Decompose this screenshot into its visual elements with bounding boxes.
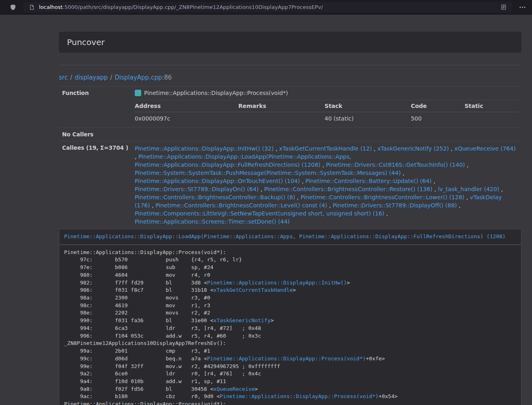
callee-link[interactable]: Pinetime::Drivers::St7789::DisplayOff() … — [333, 202, 457, 209]
function-line: Pinetime::Applications::DisplayApp::Proc… — [135, 90, 518, 96]
callee-separator: , — [465, 194, 470, 200]
code-panel: Pinetime::Applications::DisplayApp::Proc… — [59, 245, 521, 405]
stats-static-value — [465, 112, 518, 124]
breadcrumb-file-link[interactable]: DisplayApp.cpp — [115, 74, 162, 81]
divider — [59, 65, 521, 65]
disassembly-code: Pinetime::Applications::DisplayApp::Proc… — [64, 249, 398, 405]
callee-separator: , — [432, 178, 435, 184]
stats-stack-value: 40 (static) — [325, 112, 411, 124]
code-symbol-link[interactable]: xQueueReceive — [213, 386, 255, 392]
stats-table: Address Remarks Stack Code Static 0x0000… — [135, 100, 518, 124]
callee-link[interactable]: Pinetime::Controllers::BrightnessControl… — [264, 186, 433, 192]
callee-separator: , — [300, 178, 305, 184]
tracking-protection-shield-icon[interactable] — [7, 2, 19, 13]
callee-separator: , — [327, 202, 332, 209]
callee-separator: , — [433, 186, 438, 192]
breadcrumb-line-number: :86 — [162, 74, 172, 81]
menu-dots-icon[interactable] — [517, 2, 528, 13]
code-symbol-link[interactable]: xTaskGetCurrentTaskHandle — [213, 287, 293, 293]
url-path: :5000/path/src/displayapp/DisplayApp.cpp… — [62, 4, 323, 10]
callee-link[interactable]: Pinetime::Controllers::BrightnessControl… — [135, 194, 295, 200]
no-callers-content — [131, 128, 521, 141]
stats-col-code: Code — [411, 100, 464, 112]
page-title: Puncover — [67, 37, 513, 47]
page-info-icon[interactable] — [28, 2, 36, 13]
function-info-table: Function Pinetime::Applications::Display… — [59, 86, 521, 229]
stats-address-value: 0x0000097c — [135, 112, 238, 124]
callees-row: Callees (19, Σ=3704 ) Pinetime::Applicat… — [59, 141, 521, 229]
callee-link[interactable]: Pinetime::Applications::Screens::Timer::… — [135, 218, 290, 225]
callee-separator: , — [135, 153, 138, 160]
highlight-symbol-link[interactable]: Pinetime::Applications::DisplayApp::Load… — [64, 233, 506, 239]
callee-link[interactable]: Pinetime::Applications::DisplayApp::Load… — [135, 153, 351, 168]
stats-remarks-value — [238, 112, 325, 124]
url-bar[interactable]: localhost:5000/path/src/displayapp/Displ… — [24, 2, 512, 13]
stats-value-row: 0x0000097c 40 (static) 500 — [135, 112, 518, 124]
breadcrumb: src/displayapp/DisplayApp.cpp:86 — [59, 74, 521, 81]
code-symbol-link[interactable]: xTaskGenericNotify — [213, 317, 271, 323]
callee-separator: , — [321, 162, 326, 168]
callee-separator: , — [259, 186, 264, 192]
callee-link[interactable]: Pinetime::Applications::DisplayApp::Init… — [135, 145, 274, 152]
highlight-panel: Pinetime::Applications::DisplayApp::Load… — [59, 229, 521, 245]
breadcrumb-displayapp-link[interactable]: displayapp — [75, 74, 108, 81]
code-symbol-link[interactable]: Pinetime::Applications::DisplayApp::Proc… — [207, 355, 366, 362]
breadcrumb-src-link[interactable]: src — [59, 74, 68, 81]
url-text: localhost:5000/path/src/displayapp/Displ… — [39, 4, 495, 10]
stats-header-row: Address Remarks Stack Code Static — [135, 100, 518, 112]
callee-link[interactable]: xQueueReceive (764) — [454, 145, 516, 152]
page-container: Puncover src/displayapp/DisplayApp.cpp:8… — [59, 15, 521, 405]
callee-link[interactable]: Pinetime::Applications::DisplayApp::OnTo… — [135, 178, 300, 184]
callee-separator: , — [274, 145, 279, 152]
callee-separator: , — [295, 194, 300, 200]
breadcrumb-separator: / — [108, 74, 114, 81]
function-signature: Pinetime::Applications::DisplayApp::Proc… — [144, 90, 288, 96]
code-symbol-link[interactable]: Pinetime::Applications::DisplayApp::Init… — [207, 280, 347, 286]
callee-separator: , — [384, 210, 388, 217]
function-row-label: Function — [59, 86, 131, 128]
stats-col-static: Static — [465, 100, 518, 112]
callees-label: Callees (19, Σ=3704 ) — [59, 141, 131, 229]
stats-col-stack: Stack — [325, 100, 411, 112]
function-row: Function Pinetime::Applications::Display… — [59, 86, 521, 128]
code-symbol-link[interactable]: Pinetime::Applications::DisplayApp::Proc… — [220, 393, 379, 399]
callee-link[interactable]: Pinetime::Drivers::St7789::DisplayOn() (… — [135, 186, 258, 192]
callee-separator: , — [499, 186, 503, 192]
breadcrumb-separator: / — [68, 74, 75, 81]
callees-cell: Pinetime::Applications::DisplayApp::Init… — [131, 141, 521, 229]
callee-separator: , — [372, 145, 377, 152]
reader-mode-icon[interactable] — [498, 2, 509, 13]
callee-link[interactable]: Pinetime::Controllers::BrightnessControl… — [301, 194, 465, 200]
callee-separator: , — [150, 202, 155, 209]
callee-link[interactable]: lv_task_handler (420) — [438, 186, 499, 192]
function-type-icon — [135, 90, 141, 96]
stats-code-value: 500 — [411, 112, 464, 124]
jumbotron: Puncover — [59, 32, 521, 53]
no-callers-row: No Callers — [59, 128, 521, 141]
function-row-content: Pinetime::Applications::DisplayApp::Proc… — [131, 86, 521, 128]
callee-link[interactable]: xTaskGetCurrentTaskHandle (12) — [279, 145, 372, 152]
callee-separator: , — [449, 145, 454, 152]
callee-separator: , — [457, 202, 461, 209]
stats-col-remarks: Remarks — [238, 100, 325, 112]
callee-link[interactable]: xTaskGenericNotify (252) — [377, 145, 449, 152]
browser-chrome: localhost:5000/path/src/displayapp/Displ… — [0, 0, 532, 15]
url-host: localhost — [39, 4, 62, 10]
callee-link[interactable]: Pinetime::Controllers::BrightnessControl… — [155, 202, 327, 209]
callee-link[interactable]: Pinetime::System::SystemTask::PushMessag… — [135, 170, 401, 176]
callee-link[interactable]: Pinetime::Controllers::Battery::Update()… — [306, 178, 432, 184]
callee-link[interactable]: Pinetime::Components::LittleVgl::SetNewT… — [135, 210, 384, 217]
callee-separator: , — [465, 162, 469, 168]
callee-link[interactable]: Pinetime::Drivers::Cst816S::GetTouchInfo… — [326, 162, 465, 168]
callee-separator: , — [401, 170, 405, 176]
no-callers-label: No Callers — [59, 128, 131, 141]
stats-col-address: Address — [135, 100, 238, 112]
